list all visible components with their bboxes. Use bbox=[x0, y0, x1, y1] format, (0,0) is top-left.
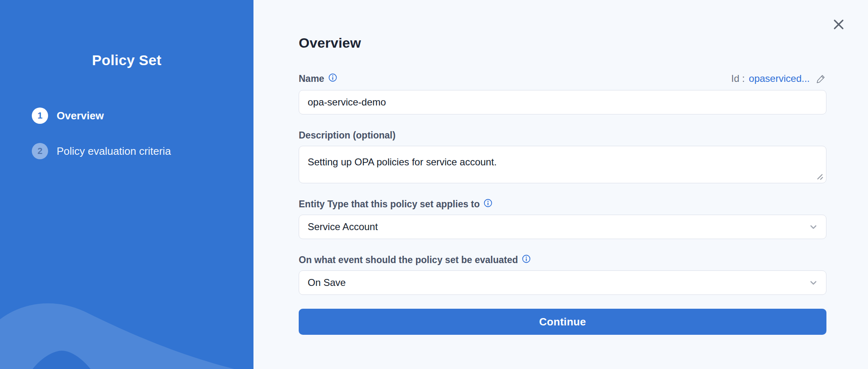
wizard-steps: 1 Overview 2 Policy evaluation criteria bbox=[0, 108, 253, 159]
pencil-icon bbox=[815, 73, 826, 84]
step-policy-evaluation-criteria[interactable]: 2 Policy evaluation criteria bbox=[32, 143, 253, 159]
id-link[interactable]: opaserviced... bbox=[749, 73, 810, 84]
policy-set-dialog: Policy Set 1 Overview 2 Policy evaluatio… bbox=[0, 0, 868, 369]
name-input[interactable] bbox=[299, 90, 826, 114]
event-label: On what event should the policy set be e… bbox=[299, 255, 518, 266]
info-icon[interactable] bbox=[328, 73, 337, 82]
entity-type-value: Service Account bbox=[308, 221, 378, 233]
event-label-group: On what event should the policy set be e… bbox=[299, 255, 826, 266]
entity-type-select[interactable]: Service Account bbox=[299, 215, 826, 239]
step-2-badge: 2 bbox=[32, 143, 48, 159]
step-overview[interactable]: 1 Overview bbox=[32, 108, 253, 124]
edit-id-button[interactable] bbox=[815, 73, 826, 84]
event-value: On Save bbox=[308, 277, 346, 288]
chevron-down-icon bbox=[809, 278, 818, 288]
close-icon bbox=[833, 19, 844, 30]
page-title: Overview bbox=[299, 0, 826, 51]
step-2-label: Policy evaluation criteria bbox=[57, 145, 171, 158]
name-label: Name bbox=[299, 73, 324, 84]
step-1-label: Overview bbox=[57, 110, 104, 122]
step-1-badge: 1 bbox=[32, 108, 48, 124]
close-button[interactable] bbox=[831, 16, 847, 33]
event-select[interactable]: On Save bbox=[299, 270, 826, 295]
sidebar-title: Policy Set bbox=[0, 52, 253, 68]
description-field-wrap: Setting up OPA policies for service acco… bbox=[299, 146, 826, 183]
name-label-group: Name bbox=[299, 73, 337, 84]
info-icon[interactable] bbox=[484, 199, 492, 207]
description-textarea[interactable]: Setting up OPA policies for service acco… bbox=[299, 146, 826, 183]
continue-button[interactable]: Continue bbox=[299, 309, 826, 335]
name-row: Name Id : opaserviced... bbox=[299, 73, 826, 84]
sidebar-wave-decoration bbox=[0, 300, 253, 369]
overview-panel: Overview Name Id : opaserviced... bbox=[253, 0, 868, 369]
id-prefix: Id : bbox=[731, 73, 745, 84]
entity-type-label-group: Entity Type that this policy set applies… bbox=[299, 199, 826, 210]
entity-type-label: Entity Type that this policy set applies… bbox=[299, 199, 480, 210]
wizard-sidebar: Policy Set 1 Overview 2 Policy evaluatio… bbox=[0, 0, 253, 369]
info-icon[interactable] bbox=[522, 255, 531, 263]
id-row: Id : opaserviced... bbox=[731, 73, 826, 84]
chevron-down-icon bbox=[809, 222, 818, 232]
description-label: Description (optional) bbox=[299, 130, 826, 141]
